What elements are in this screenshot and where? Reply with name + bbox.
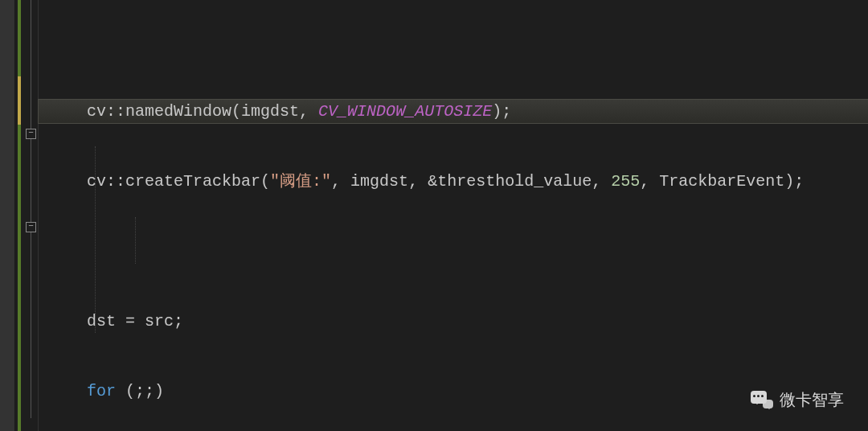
code-line[interactable]: dst = src; [39,310,868,333]
code-line[interactable]: cv::namedWindow(imgdst, CV_WINDOW_AUTOSI… [39,100,868,123]
fold-toggle-for[interactable]: − [26,129,36,139]
code-line[interactable]: for (;;) [39,380,868,403]
code-area[interactable]: cv::namedWindow(imgdst, CV_WINDOW_AUTOSI… [39,0,868,431]
indent-guide [95,146,96,333]
code-line-blank[interactable] [39,240,868,263]
fold-margin: − − [23,0,39,431]
indent-guide [135,217,136,264]
change-margin [15,0,23,431]
code-line[interactable]: cv::createTrackbar("阈值:", imgdst, &thres… [39,170,868,193]
fold-guide [31,0,31,418]
fold-toggle-if[interactable]: − [26,222,36,232]
outline-margin [0,0,15,431]
code-editor: − − cv::namedWindow(imgdst, CV_WINDOW_AU… [0,0,868,431]
change-bar-modified [18,76,21,125]
change-bar-saved [18,0,21,431]
